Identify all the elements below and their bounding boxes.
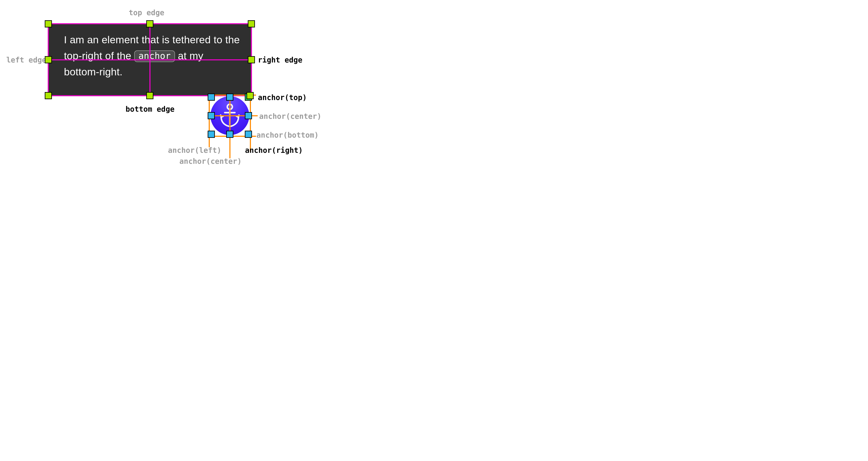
anchor-handle-mr <box>245 112 252 119</box>
anchor-handle-tc <box>226 93 234 101</box>
label-right-edge: right edge <box>258 56 302 64</box>
label-anchor-top: anchor(top) <box>258 93 307 102</box>
anchor-handle-tl <box>208 93 215 101</box>
anchor-handle-bc <box>226 131 234 138</box>
label-anchor-right: anchor(right) <box>245 146 303 155</box>
anchor-left-edge-line <box>209 95 210 147</box>
anchor-keyword-badge: anchor <box>134 51 175 62</box>
label-anchor-center-h: anchor(center) <box>259 112 316 121</box>
label-anchor-center-v: anchor(center) <box>179 157 242 165</box>
anchor-center-v-line <box>229 95 230 158</box>
tethered-handle-ml <box>45 56 52 63</box>
label-anchor-left: anchor(left) <box>168 146 221 155</box>
tethered-handle-tr <box>248 20 255 27</box>
tethered-handle-tl <box>45 20 52 27</box>
tethered-center-h-line <box>49 59 251 60</box>
tethered-handle-bc <box>146 92 153 99</box>
label-anchor-bottom: anchor(bottom) <box>256 131 316 139</box>
diagram-stage: I am an element that is tethered to the … <box>0 0 316 169</box>
anchor-handle-br <box>245 131 252 138</box>
tethered-handle-bl <box>45 92 52 99</box>
tethered-handle-mr <box>248 56 255 63</box>
tethered-element: I am an element that is tethered to the … <box>48 23 252 96</box>
anchor-handle-bl <box>208 131 215 138</box>
tethered-handle-br <box>247 92 254 99</box>
anchor-right-edge-line <box>250 95 251 152</box>
label-top-edge: top edge <box>129 8 164 17</box>
anchor-handle-ml <box>208 112 215 119</box>
tethered-handle-tc <box>146 20 153 27</box>
label-bottom-edge: bottom edge <box>126 105 175 113</box>
label-left-edge: left edge <box>6 56 46 64</box>
